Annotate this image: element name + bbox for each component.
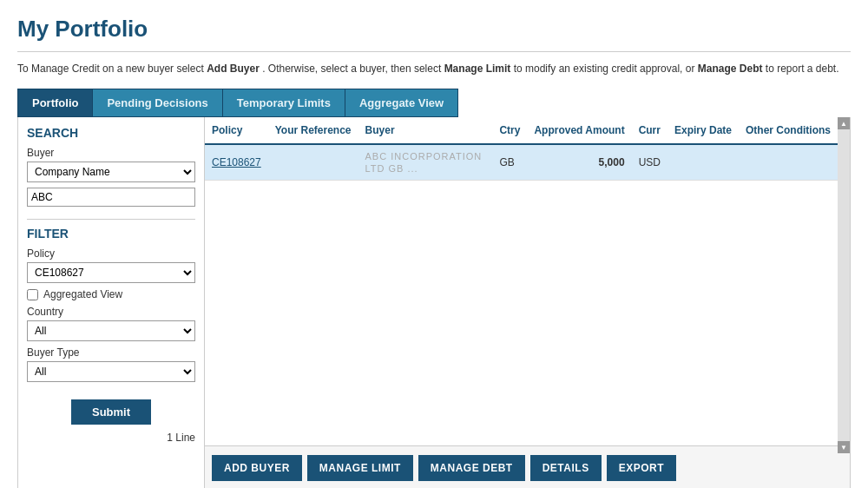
aggregated-view-label: Aggregated View (43, 288, 122, 300)
country-label: Country (27, 306, 195, 318)
cell-policy: CE108627 (205, 144, 268, 181)
details-button[interactable]: DETAILS (530, 455, 602, 481)
policy-link[interactable]: CE108627 (212, 156, 261, 168)
search-heading: SEARCH (27, 126, 195, 140)
buyer-select[interactable]: Company Name Reference (27, 162, 195, 182)
filter-heading: FILTER (27, 227, 195, 241)
instruction-text: To Manage Credit on a new buyer select A… (17, 61, 851, 76)
policy-select[interactable]: CE108627 All (27, 262, 195, 283)
table-row[interactable]: CE108627 ABC INCORPORATION LTD GB ... GB… (205, 144, 838, 181)
page-title: My Portfolio (17, 16, 851, 43)
portfolio-table: Policy Your Reference Buyer Ctry Approve… (205, 117, 838, 181)
manage-debt-button[interactable]: MANAGE DEBT (418, 455, 525, 481)
col-approved-amount: Approved Amount (527, 117, 631, 144)
col-curr: Curr (632, 117, 667, 144)
cell-expiry-date (667, 144, 739, 181)
col-expiry-date: Expiry Date (667, 117, 739, 144)
search-input[interactable] (27, 188, 195, 207)
tab-aggregate-view[interactable]: Aggregate View (345, 89, 458, 117)
buyer-type-select[interactable]: All Private Public (27, 361, 195, 382)
submit-button[interactable]: Submit (71, 399, 151, 425)
col-buyer: Buyer (358, 117, 493, 144)
col-ctry: Ctry (492, 117, 527, 144)
buyer-label: Buyer (27, 147, 195, 159)
policy-label: Policy (27, 247, 195, 260)
cell-ctry: GB (492, 144, 527, 181)
col-your-reference: Your Reference (268, 117, 358, 144)
cell-curr: USD (632, 144, 667, 181)
country-select[interactable]: All GB US (27, 320, 195, 341)
scroll-down-button[interactable]: ▼ (838, 441, 850, 453)
action-bar: ADD BUYER MANAGE LIMIT MANAGE DEBT DETAI… (205, 445, 850, 488)
cell-buyer: ABC INCORPORATION LTD GB ... (358, 144, 493, 181)
table-area: Policy Your Reference Buyer Ctry Approve… (205, 117, 850, 488)
tab-portfolio[interactable]: Portfolio (17, 89, 92, 117)
col-policy: Policy (205, 117, 268, 144)
buyer-type-label: Buyer Type (27, 346, 195, 359)
aggregated-view-checkbox[interactable] (27, 289, 38, 300)
add-buyer-button[interactable]: ADD BUYER (212, 455, 302, 481)
scrollbar[interactable]: ▲ ▼ (838, 117, 850, 453)
line-count: 1 Line (27, 432, 195, 444)
tab-temporary-limits[interactable]: Temporary Limits (222, 89, 345, 117)
cell-your-reference (268, 144, 358, 181)
tab-pending-decisions[interactable]: Pending Decisions (92, 89, 221, 117)
tab-bar: Portfolio Pending Decisions Temporary Li… (17, 89, 851, 117)
manage-limit-button[interactable]: MANAGE LIMIT (307, 455, 413, 481)
cell-approved-amount: 5,000 (527, 144, 631, 181)
sidebar: SEARCH Buyer Company Name Reference FILT… (18, 117, 205, 488)
cell-other-conditions (739, 144, 838, 181)
scroll-up-button[interactable]: ▲ (838, 117, 850, 129)
export-button[interactable]: EXPORT (607, 455, 676, 481)
col-other-conditions: Other Conditions (739, 117, 838, 144)
